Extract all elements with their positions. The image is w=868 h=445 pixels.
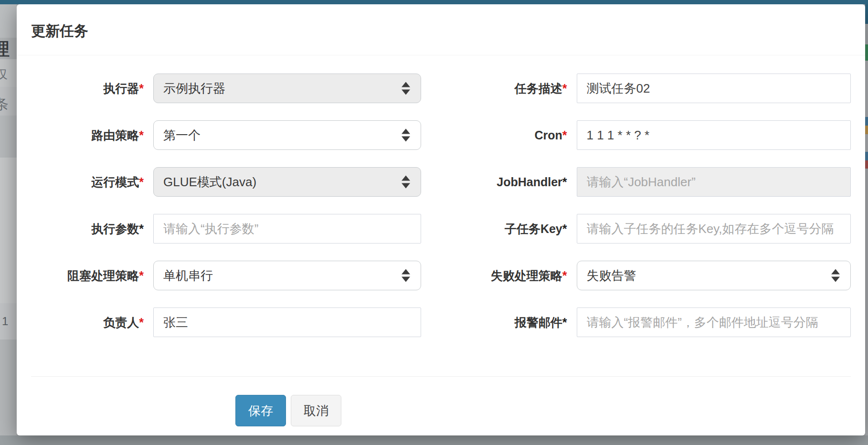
modal-header: 更新任务	[17, 4, 865, 55]
alarm-email-input[interactable]	[577, 307, 851, 337]
update-job-form: 执行器* 示例执行器 任务描述*	[31, 74, 851, 354]
glue-type-select[interactable]: GLUE模式(Java)	[153, 167, 421, 197]
modal-button-row: 保存 取消	[31, 395, 851, 426]
save-button[interactable]: 保存	[235, 395, 286, 426]
fail-strategy-select-value: 失败告警	[587, 267, 636, 284]
author-input[interactable]	[153, 307, 421, 337]
modal-title: 更新任务	[31, 22, 851, 40]
cron-label: Cron*	[455, 128, 577, 142]
background-band	[0, 116, 17, 158]
executor-label: 执行器*	[31, 81, 153, 96]
glue-type-label-text: 运行模式	[91, 175, 139, 189]
job-desc-label-text: 任务描述	[515, 82, 562, 95]
required-asterisk: *	[562, 316, 567, 329]
background-band	[865, 61, 868, 117]
executor-select-value: 示例执行器	[163, 80, 225, 97]
executor-select[interactable]: 示例执行器	[153, 74, 421, 103]
route-strategy-label-text: 路由策略	[91, 128, 139, 142]
executor-param-label-text: 执行参数	[91, 222, 139, 235]
fail-strategy-label: 失败处理策略*	[455, 268, 577, 284]
background-page-left-sliver: 理 仅 条 1	[0, 4, 17, 435]
block-strategy-select[interactable]: 单机串行	[153, 261, 421, 290]
background-band	[0, 4, 17, 38]
background-band: 仅	[0, 59, 17, 87]
required-asterisk: *	[139, 82, 144, 95]
background-red-button-fragment	[865, 160, 868, 169]
background-band	[0, 158, 17, 303]
field-child-jobkey: 子任务Key*	[441, 214, 851, 244]
author-label-text: 负责人	[103, 316, 139, 329]
child-jobkey-label-text: 子任务Key	[505, 222, 562, 235]
select-caret-icon	[831, 269, 840, 282]
field-job-handler: JobHandler*	[441, 167, 851, 197]
modal-body: 执行器* 示例执行器 任务描述*	[17, 55, 865, 426]
required-asterisk: *	[139, 316, 144, 329]
background-green-button-fragment	[865, 44, 868, 61]
route-strategy-select[interactable]: 第一个	[153, 120, 421, 150]
background-band	[0, 339, 17, 435]
executor-param-input[interactable]	[153, 214, 421, 244]
select-caret-icon	[402, 176, 410, 189]
glue-type-label: 运行模式*	[31, 174, 153, 190]
required-asterisk: *	[139, 128, 144, 142]
background-band: 条	[0, 87, 17, 116]
glue-type-select-value: GLUE模式(Java)	[163, 174, 256, 191]
field-alarm-email: 报警邮件*	[441, 307, 851, 337]
background-band	[865, 169, 868, 445]
field-executor: 执行器* 示例执行器	[31, 74, 441, 103]
job-handler-label-text: JobHandler	[497, 175, 562, 189]
field-fail-strategy: 失败处理策略* 失败告警	[441, 261, 851, 290]
author-label: 负责人*	[31, 315, 153, 330]
job-handler-label: JobHandler*	[455, 175, 577, 189]
select-caret-icon	[402, 129, 410, 142]
background-text-fragment: 仅	[0, 66, 8, 83]
child-jobkey-label: 子任务Key*	[455, 221, 577, 237]
field-job-desc: 任务描述*	[441, 74, 851, 103]
background-band	[865, 134, 868, 152]
select-caret-icon	[402, 269, 410, 282]
background-band: 理	[0, 38, 17, 59]
background-band	[865, 24, 868, 44]
background-band: 1	[0, 303, 17, 339]
field-executor-param: 执行参数*	[31, 214, 441, 244]
background-page-bottom-sliver	[0, 435, 868, 445]
executor-param-label: 执行参数*	[31, 221, 153, 237]
cron-input[interactable]	[577, 120, 851, 150]
field-cron: Cron*	[441, 120, 851, 150]
block-strategy-select-value: 单机串行	[163, 267, 213, 284]
alarm-email-label-text: 报警邮件	[515, 316, 562, 329]
alarm-email-label: 报警邮件*	[455, 315, 577, 330]
required-asterisk: *	[562, 222, 567, 235]
block-strategy-label: 阻塞处理策略*	[31, 268, 153, 284]
background-page-right-sliver	[865, 0, 868, 445]
background-blue-button-fragment	[865, 152, 868, 160]
background-blue-button-fragment	[865, 117, 868, 126]
required-asterisk: *	[139, 269, 144, 282]
field-author: 负责人*	[31, 307, 441, 337]
route-strategy-select-value: 第一个	[163, 127, 201, 144]
background-text-fragment: 1	[2, 315, 8, 328]
executor-label-text: 执行器	[103, 82, 139, 95]
child-jobkey-input[interactable]	[577, 214, 851, 244]
route-strategy-label: 路由策略*	[31, 127, 153, 143]
fail-strategy-select[interactable]: 失败告警	[577, 261, 851, 290]
job-desc-label: 任务描述*	[455, 81, 577, 96]
background-text-fragment: 条	[0, 95, 9, 114]
job-handler-input[interactable]	[577, 167, 851, 197]
form-footer-divider	[31, 376, 851, 377]
background-orange-button-fragment	[865, 126, 868, 134]
cancel-button[interactable]: 取消	[291, 395, 341, 426]
required-asterisk: *	[139, 222, 144, 235]
fail-strategy-label-text: 失败处理策略	[491, 269, 562, 282]
background-navbar	[0, 0, 868, 4]
required-asterisk: *	[139, 175, 144, 189]
update-job-modal: 更新任务 执行器* 示例执行器 任务描述*	[17, 4, 865, 435]
field-glue-type: 运行模式* GLUE模式(Java)	[31, 167, 441, 197]
block-strategy-label-text: 阻塞处理策略	[67, 269, 139, 282]
select-caret-icon	[402, 82, 410, 95]
job-desc-input[interactable]	[577, 74, 851, 103]
background-text-fragment: 理	[0, 38, 10, 59]
field-block-strategy: 阻塞处理策略* 单机串行	[31, 261, 441, 290]
cron-label-text: Cron	[534, 128, 562, 142]
required-asterisk: *	[562, 175, 567, 189]
